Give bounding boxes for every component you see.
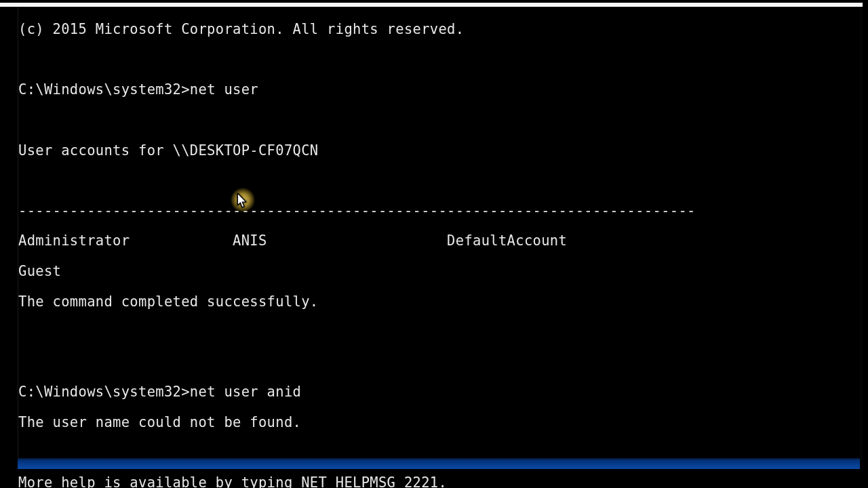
window-frame: (c) 2015 Microsoft Corporation. All righ… xyxy=(0,0,868,488)
prompt: C:\Windows\system32> xyxy=(18,384,190,400)
window-chrome-edge xyxy=(18,458,860,469)
blank-line xyxy=(18,52,860,67)
command-text: net user anid xyxy=(190,384,301,400)
users-row-2: Guest xyxy=(18,264,860,279)
command-line-2: C:\Windows\system32>net user anid xyxy=(18,384,860,399)
prompt: C:\Windows\system32> xyxy=(18,81,190,98)
users-row-1: Administrator ANIS DefaultAccount xyxy=(18,233,860,248)
command-text: net user xyxy=(190,81,258,98)
success-line: The command completed successfully. xyxy=(18,294,860,309)
help-line: More help is available by typing NET HEL… xyxy=(18,475,860,488)
accounts-header: User accounts for \\DESKTOP-CF07QCN xyxy=(18,143,860,158)
copyright-line: (c) 2015 Microsoft Corporation. All righ… xyxy=(18,22,860,37)
blank-line xyxy=(18,324,860,339)
blank-line xyxy=(18,113,860,127)
error-line: The user name could not be found. xyxy=(18,415,860,430)
scrollbar-gutter[interactable] xyxy=(860,7,863,461)
command-line-1: C:\Windows\system32>net user xyxy=(18,82,860,97)
blank-line xyxy=(18,173,860,188)
blank-line xyxy=(18,354,860,369)
divider-line: ----------------------------------------… xyxy=(18,203,860,218)
terminal-viewport[interactable]: (c) 2015 Microsoft Corporation. All righ… xyxy=(18,7,860,461)
